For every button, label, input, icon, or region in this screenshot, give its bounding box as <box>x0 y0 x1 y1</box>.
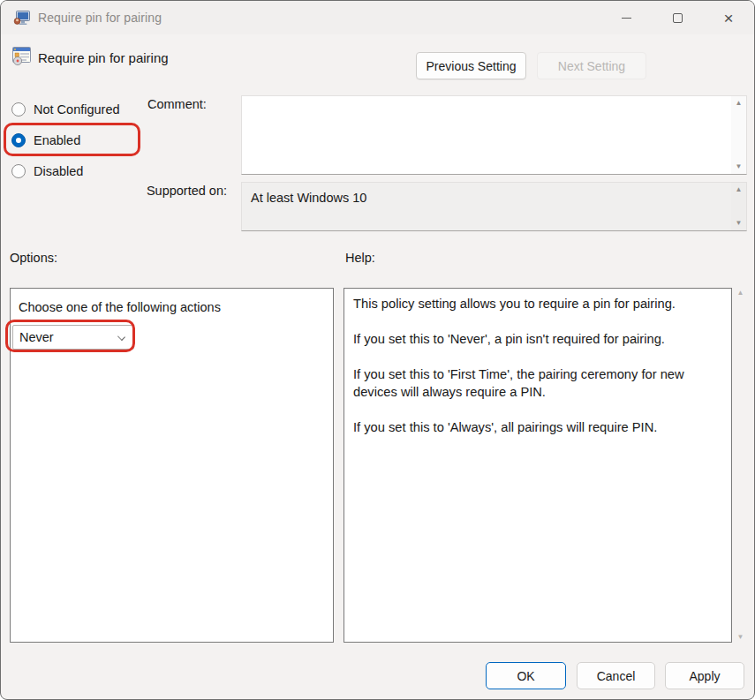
radio-dot <box>16 138 21 143</box>
comment-scrollbar[interactable]: ▲ ▼ <box>731 96 746 174</box>
minimize-icon <box>622 18 631 19</box>
action-dropdown[interactable]: Never <box>12 325 134 350</box>
radio-circle-selected <box>11 133 26 147</box>
action-dropdown-value: Never <box>19 330 54 344</box>
policy-setting-dialog: Require pin for pairing × Require pin fo… <box>0 0 755 700</box>
window-controls: × <box>600 1 754 34</box>
help-panel: This policy setting allows you to requir… <box>344 288 732 643</box>
help-scrollbar[interactable]: ▲ ▼ <box>734 290 747 641</box>
comment-label: Comment: <box>147 97 207 111</box>
choose-action-label: Choose one of the following actions <box>19 300 221 314</box>
supported-on-value: At least Windows 10 <box>242 183 731 230</box>
apply-button[interactable]: Apply <box>665 662 744 689</box>
ok-button[interactable]: OK <box>486 662 566 689</box>
radio-circle-unselected <box>11 102 26 117</box>
options-label: Options: <box>10 251 57 265</box>
help-paragraph: If you set this to 'First Time', the pai… <box>353 365 722 401</box>
comment-textarea[interactable]: ▲ ▼ <box>241 95 747 175</box>
cancel-button[interactable]: Cancel <box>577 662 655 689</box>
titlebar: Require pin for pairing × <box>1 1 754 34</box>
previous-setting-button[interactable]: Previous Setting <box>416 52 526 79</box>
next-setting-button[interactable]: Next Setting <box>537 52 646 79</box>
supported-scrollbar: ▲ ▼ <box>731 183 746 230</box>
scroll-up-icon: ▲ <box>736 186 743 193</box>
help-paragraph: If you set this to 'Always', all pairing… <box>353 418 722 436</box>
radio-disabled[interactable]: Disabled <box>11 163 83 179</box>
maximize-button[interactable] <box>652 1 703 34</box>
scroll-up-icon[interactable]: ▲ <box>737 290 744 297</box>
scroll-down-icon[interactable]: ▼ <box>736 163 743 170</box>
options-panel: Choose one of the following actions Neve… <box>10 288 334 643</box>
scroll-up-icon[interactable]: ▲ <box>736 100 743 107</box>
radio-label: Disabled <box>34 164 83 178</box>
radio-circle-unselected <box>11 164 26 178</box>
help-paragraph: If you set this to 'Never', a pin isn't … <box>353 330 722 348</box>
chevron-down-icon <box>117 333 125 341</box>
help-paragraph: This policy setting allows you to requir… <box>353 295 722 312</box>
scroll-down-icon[interactable]: ▼ <box>737 634 744 641</box>
group-policy-app-icon <box>13 11 30 26</box>
help-label: Help: <box>345 251 375 265</box>
comment-value <box>242 96 731 174</box>
minimize-button[interactable] <box>600 1 652 34</box>
radio-enabled[interactable]: Enabled <box>11 132 80 148</box>
close-icon: × <box>723 10 733 26</box>
radio-label: Not Configured <box>34 102 120 117</box>
window-title: Require pin for pairing <box>38 11 162 25</box>
radio-label: Enabled <box>34 133 80 147</box>
close-button[interactable]: × <box>703 1 754 34</box>
policy-setting-icon <box>12 47 33 66</box>
supported-on-field: At least Windows 10 ▲ ▼ <box>241 182 747 231</box>
scroll-down-icon: ▼ <box>736 220 743 227</box>
setting-name: Require pin for pairing <box>38 50 169 65</box>
supported-on-label: Supported on: <box>133 184 227 198</box>
maximize-icon <box>673 13 683 23</box>
radio-not-configured[interactable]: Not Configured <box>11 102 120 117</box>
